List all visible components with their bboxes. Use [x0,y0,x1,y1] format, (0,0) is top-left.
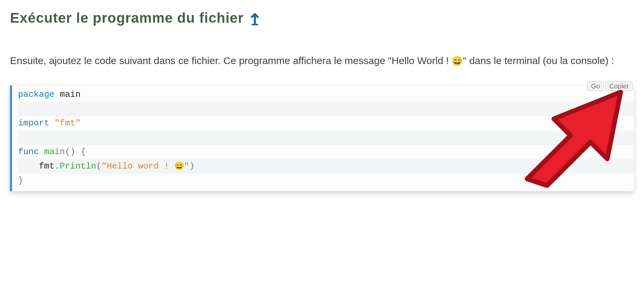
code-line [18,102,634,116]
code-line: import "fmt" [18,116,634,130]
code-line: fmt.Println("Hello word ! 😄") [18,159,634,174]
code-line [18,130,634,145]
func-name: main [44,147,65,157]
intro-paragraph: Ensuite, ajoutez le code suivant dans ce… [10,53,634,69]
language-badge: Go [587,81,604,91]
fn-println: Println [60,161,96,171]
pkg-fmt: fmt [39,161,54,171]
kw-func: func [18,147,39,157]
str-suffix: " [184,161,189,171]
parens: () [65,147,75,157]
paren-close: ) [189,161,195,171]
paren-open: ( [96,161,102,171]
brace-open: { [80,147,86,157]
anchor-link-icon[interactable] [250,11,260,25]
copy-button[interactable]: Copier [606,81,633,91]
code-block: package main import "fmt" func main() { … [10,85,634,191]
brace-close: } [18,176,23,186]
para-suffix: " dans le terminal (ou la console) : [463,55,614,66]
heading-text: Exécuter le programme du fichier [10,10,244,26]
code-line: func main() { [18,145,634,159]
para-prefix: Ensuite, ajoutez le code suivant dans ce… [10,55,452,66]
kw-package: package [18,89,54,99]
import-string: "fmt" [54,118,80,128]
code-container: Go Copier package main import "fmt" func… [10,85,634,191]
kw-import: import [18,118,49,128]
dot: . [54,161,60,171]
ident-main: main [60,89,80,99]
code-line: } [18,174,634,188]
code-emoji: 😄 [174,162,184,171]
code-line: package main [18,87,634,102]
indent [18,161,39,171]
section-heading: Exécuter le programme du fichier [10,10,634,26]
str-prefix: "Hello word ! [102,161,174,171]
smile-emoji: 😄 [452,56,463,66]
code-badges: Go Copier [587,81,633,91]
